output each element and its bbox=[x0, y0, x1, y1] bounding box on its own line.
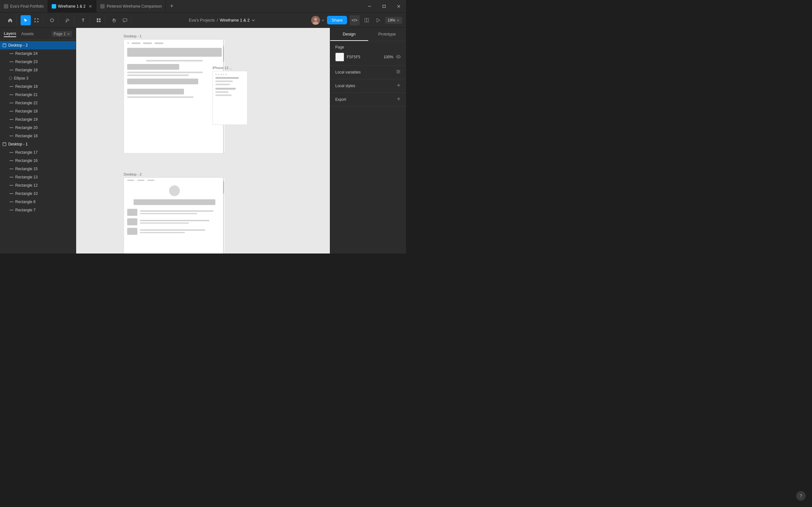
window-controls bbox=[362, 0, 406, 12]
embed-button[interactable]: </> bbox=[350, 15, 360, 25]
svg-marker-20 bbox=[377, 18, 380, 22]
select-tool[interactable] bbox=[20, 15, 31, 25]
rect-icon bbox=[9, 53, 13, 54]
right-panel: Design Prototype Page F5F5F5 100% bbox=[330, 28, 406, 253]
layer-desktop-1-label: Desktop - 1 bbox=[8, 142, 28, 147]
iphone-bar4 bbox=[215, 88, 236, 90]
layer-rect18a[interactable]: Rectangle 18 bbox=[0, 66, 76, 74]
d1-hero-area bbox=[124, 47, 225, 60]
page-selector[interactable]: Page 1 bbox=[52, 31, 72, 37]
avatar[interactable] bbox=[311, 16, 320, 25]
section-local-variables-header[interactable]: Local variables bbox=[335, 69, 401, 75]
d2-thumb1 bbox=[127, 209, 137, 216]
plus-icon bbox=[397, 83, 401, 88]
section-page-header[interactable]: Page bbox=[335, 45, 401, 49]
maximize-button[interactable] bbox=[377, 0, 392, 12]
svg-rect-16 bbox=[99, 20, 101, 22]
rect-icon bbox=[9, 185, 13, 186]
layer-rect15[interactable]: Rectangle 15 bbox=[0, 165, 76, 173]
component-tool[interactable] bbox=[94, 15, 104, 25]
right-panel-tabs: Design Prototype bbox=[330, 28, 406, 41]
comment-tool[interactable] bbox=[120, 15, 130, 25]
frame-tool[interactable] bbox=[32, 15, 42, 25]
layer-rect8[interactable]: Rectangle 8 bbox=[0, 198, 76, 206]
layer-rect18c[interactable]: Rectangle 18 bbox=[0, 107, 76, 115]
layer-rect21-label: Rectangle 21 bbox=[15, 93, 38, 97]
tab-wireframe[interactable]: Wireframe 1 & 2 ✕ bbox=[48, 0, 97, 12]
section-local-styles: Local styles bbox=[330, 79, 406, 93]
local-variables-adjust-icon[interactable] bbox=[396, 69, 401, 75]
layer-desktop-2-group[interactable]: Desktop - 2 bbox=[0, 41, 76, 49]
iphone-bar3 bbox=[215, 83, 230, 85]
page-color-swatch[interactable] bbox=[335, 53, 344, 61]
local-styles-add-icon[interactable] bbox=[397, 83, 401, 89]
layer-rect18d[interactable]: Rectangle 18 bbox=[0, 132, 76, 140]
layer-ellipse3[interactable]: Ellipse 3 bbox=[0, 74, 76, 82]
iphone-frame[interactable] bbox=[212, 71, 247, 125]
layer-rect18b[interactable]: Rectangle 18 bbox=[0, 82, 76, 91]
section-page: Page F5F5F5 100% bbox=[330, 41, 406, 66]
hand-tool[interactable] bbox=[109, 15, 119, 25]
tab-eva[interactable]: Eva's Final Portfolio bbox=[0, 0, 48, 12]
zoom-control[interactable]: 19% bbox=[385, 17, 402, 24]
chevron-down-icon[interactable] bbox=[252, 18, 255, 22]
section-export-header[interactable]: Export bbox=[335, 97, 401, 102]
text-tools: T bbox=[77, 15, 90, 25]
layer-rect10[interactable]: Rectangle 10 bbox=[0, 189, 76, 198]
section-page-title: Page bbox=[335, 45, 344, 49]
tab-assets[interactable]: Assets bbox=[21, 31, 34, 37]
tab-label-wireframe: Wireframe 1 & 2 bbox=[58, 4, 86, 9]
close-button[interactable] bbox=[392, 0, 406, 12]
layer-rect16[interactable]: Rectangle 16 bbox=[0, 157, 76, 165]
desktop-1-frame[interactable] bbox=[124, 39, 225, 153]
pen-tool[interactable] bbox=[62, 15, 72, 25]
export-add-icon[interactable] bbox=[397, 97, 401, 102]
section-local-styles-header[interactable]: Local styles bbox=[335, 83, 401, 89]
layer-rect22-label: Rectangle 22 bbox=[15, 101, 38, 105]
canvas-area[interactable]: Desktop - 1 bbox=[76, 28, 330, 253]
frame-icon bbox=[3, 43, 6, 47]
d2-list-item1 bbox=[127, 209, 222, 216]
add-tab-button[interactable]: + bbox=[166, 0, 177, 12]
tab-icon-pinterest bbox=[100, 4, 105, 9]
tab-design[interactable]: Design bbox=[330, 28, 368, 41]
rect-icon bbox=[9, 61, 13, 62]
desktop-2-container: Desktop - 2 bbox=[124, 172, 282, 253]
tab-layers[interactable]: Layers bbox=[4, 31, 16, 37]
rect-icon bbox=[9, 86, 13, 87]
svg-rect-8 bbox=[35, 18, 35, 20]
svg-rect-24 bbox=[3, 143, 6, 146]
d1-text-block bbox=[124, 60, 225, 64]
section-export-title: Export bbox=[335, 97, 346, 102]
layer-rect7[interactable]: Rectangle 7 bbox=[0, 206, 76, 214]
canvas-content: Desktop - 1 bbox=[76, 28, 330, 253]
text-tool[interactable]: T bbox=[78, 15, 88, 25]
tab-close-wireframe[interactable]: ✕ bbox=[89, 4, 92, 9]
layer-rect15-label: Rectangle 15 bbox=[15, 167, 38, 171]
layer-desktop-1-group[interactable]: Desktop - 1 bbox=[0, 140, 76, 148]
play-icon[interactable] bbox=[374, 16, 383, 25]
desktop-2-frame[interactable] bbox=[124, 177, 225, 253]
book-icon[interactable] bbox=[362, 16, 371, 25]
tab-pinterest[interactable]: Pinterest Wireframe Comparison bbox=[96, 0, 166, 12]
component-tools bbox=[92, 15, 105, 25]
shape-tool[interactable] bbox=[47, 15, 57, 25]
tab-prototype[interactable]: Prototype bbox=[368, 28, 406, 41]
layer-rect18a-label: Rectangle 18 bbox=[15, 68, 38, 72]
layer-rect19[interactable]: Rectangle 19 bbox=[0, 115, 76, 124]
layer-rect23[interactable]: Rectangle 23 bbox=[0, 58, 76, 66]
layer-rect13[interactable]: Rectangle 13 bbox=[0, 173, 76, 181]
visibility-icon[interactable] bbox=[396, 55, 401, 60]
layer-rect12[interactable]: Rectangle 12 bbox=[0, 181, 76, 189]
layer-rect17[interactable]: Rectangle 17 bbox=[0, 148, 76, 157]
layer-rect24[interactable]: Rectangle 24 bbox=[0, 49, 76, 58]
rect-icon bbox=[9, 210, 13, 210]
minimize-button[interactable] bbox=[362, 0, 377, 12]
avatar-group bbox=[311, 16, 324, 25]
share-button[interactable]: Share bbox=[327, 16, 347, 24]
layer-rect22[interactable]: Rectangle 22 bbox=[0, 99, 76, 107]
layer-rect21[interactable]: Rectangle 21 bbox=[0, 91, 76, 99]
layer-rect20[interactable]: Rectangle 20 bbox=[0, 124, 76, 132]
sliders-icon bbox=[396, 69, 401, 74]
home-button[interactable] bbox=[5, 15, 15, 25]
